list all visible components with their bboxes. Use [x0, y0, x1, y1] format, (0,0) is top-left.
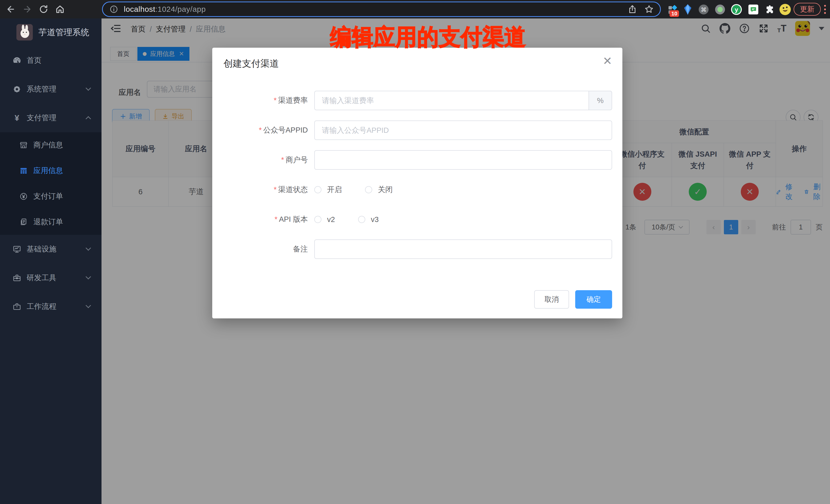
extensions-puzzle-icon[interactable] — [764, 4, 776, 15]
browser-back-icon[interactable] — [5, 4, 17, 15]
status-label: 渠道状态 — [278, 185, 308, 194]
sidebar-item-pay-orders[interactable]: 支付订单 — [0, 184, 101, 209]
field-merchant: *商户号 — [223, 150, 612, 170]
browser-menu-icon[interactable] — [822, 4, 827, 15]
dialog-close-icon[interactable]: ✕ — [603, 55, 612, 67]
extension-record-icon[interactable] — [714, 4, 726, 15]
chevron-down-icon — [86, 85, 91, 91]
remark-label: 备注 — [293, 245, 308, 253]
merchant-label: 商户号 — [286, 156, 308, 164]
field-remark: 备注 — [223, 240, 612, 259]
percent-suffix: % — [589, 91, 612, 110]
create-channel-dialog: 创建支付渠道 ✕ *渠道费率 % *公众号APPID *商户号 * — [212, 48, 622, 318]
sidebar-item-refund-orders[interactable]: 退款订单 — [0, 209, 101, 235]
merchant-input[interactable] — [314, 150, 612, 170]
bookmark-star-icon[interactable] — [644, 4, 654, 14]
svg-text:y: y — [735, 6, 738, 13]
address-bar[interactable]: localhost:1024/pay/app — [102, 2, 661, 17]
sidebar-item-app-info[interactable]: 应用信息 — [0, 158, 101, 184]
grid-icon — [19, 167, 29, 175]
appid-label: 公众号APPID — [263, 126, 308, 134]
required-asterisk: * — [274, 96, 277, 104]
radio-circle-icon — [314, 186, 321, 193]
cancel-button[interactable]: 取消 — [534, 290, 569, 309]
extension-badge: 10 — [670, 10, 679, 17]
shop-icon — [19, 141, 29, 149]
share-icon[interactable] — [628, 5, 637, 14]
sidebar-item-dev-tools[interactable]: 研发工具 — [0, 263, 101, 292]
sidebar-item-label: 支付订单 — [33, 191, 63, 201]
sidebar-item-label: 支付管理 — [27, 113, 56, 123]
site-info-icon[interactable] — [109, 5, 118, 13]
app-title: 芋道管理系统 — [38, 27, 89, 38]
confirm-button[interactable]: 确定 — [575, 290, 612, 309]
browser-chrome: localhost:1024/pay/app 10 ⌘ y 更新 — [0, 0, 830, 19]
document-icon — [19, 218, 29, 226]
rate-label: 渠道费率 — [278, 96, 308, 104]
app-logo[interactable]: 芋道管理系统 — [0, 19, 101, 46]
toolbox-icon — [12, 274, 22, 282]
required-asterisk: * — [275, 215, 277, 223]
url-text: localhost:1024/pay/app — [124, 5, 206, 13]
browser-home-icon[interactable] — [54, 4, 66, 15]
sidebar-item-label: 研发工具 — [27, 273, 56, 283]
coin-yen-icon — [19, 192, 29, 200]
sidebar-item-payment[interactable]: ¥ 支付管理 — [0, 103, 101, 132]
sidebar: 芋道管理系统 首页 系统管理 ¥ 支付管理 商户信息 应用信息 — [0, 19, 101, 504]
field-rate: *渠道费率 % — [223, 91, 612, 110]
extension-tag-icon[interactable]: 10 — [667, 4, 678, 15]
field-api-version: *API 版本 v2 v3 — [223, 210, 612, 229]
required-asterisk: * — [259, 126, 262, 134]
sidebar-item-label: 工作流程 — [27, 302, 56, 312]
yen-icon: ¥ — [12, 113, 22, 123]
rate-input[interactable] — [314, 91, 589, 110]
sidebar-item-label: 商户信息 — [33, 140, 63, 150]
sidebar-item-label: 基础设施 — [27, 244, 56, 254]
radio-api-v2[interactable]: v2 — [314, 215, 335, 224]
logo-rabbit-icon — [17, 24, 33, 40]
dialog-title: 创建支付渠道 — [224, 57, 279, 70]
sidebar-item-merchant-info[interactable]: 商户信息 — [0, 132, 101, 158]
chevron-down-icon — [86, 303, 91, 308]
required-asterisk: * — [274, 185, 277, 194]
sidebar-submenu-payment: 商户信息 应用信息 支付订单 退款订单 — [0, 132, 101, 235]
sidebar-item-home[interactable]: 首页 — [0, 46, 101, 75]
radio-status-close[interactable]: 关闭 — [365, 185, 393, 195]
radio-circle-icon — [365, 186, 372, 193]
sidebar-item-label: 系统管理 — [27, 84, 56, 94]
api-version-label: API 版本 — [279, 215, 308, 223]
sidebar-item-workflow[interactable]: 工作流程 — [0, 292, 101, 321]
remark-input[interactable] — [314, 240, 612, 259]
briefcase-icon — [12, 302, 22, 311]
required-asterisk: * — [281, 156, 284, 164]
browser-reload-icon[interactable] — [38, 4, 49, 15]
profile-avatar-icon[interactable] — [779, 4, 791, 15]
dashboard-icon — [12, 56, 22, 65]
monitor-chart-icon — [12, 245, 22, 254]
sidebar-item-label: 退款订单 — [33, 217, 63, 227]
appid-input[interactable] — [314, 121, 612, 140]
extension-yudao-icon[interactable]: y — [731, 4, 742, 15]
chevron-down-icon — [86, 245, 91, 251]
radio-circle-icon — [358, 216, 365, 223]
extension-balloon-icon[interactable] — [682, 4, 694, 15]
browser-forward-icon[interactable] — [22, 4, 33, 15]
sidebar-item-label: 首页 — [27, 55, 41, 66]
gear-icon — [12, 85, 22, 94]
chevron-up-icon — [86, 116, 91, 122]
annotation-text: 编辑应用的支付渠道 — [320, 22, 536, 53]
sidebar-item-system[interactable]: 系统管理 — [0, 75, 101, 103]
extension-chat-icon[interactable] — [747, 4, 759, 15]
sidebar-item-infrastructure[interactable]: 基础设施 — [0, 235, 101, 263]
field-appid: *公众号APPID — [223, 121, 612, 140]
field-status: *渠道状态 开启 关闭 — [223, 180, 612, 199]
svg-text:⌘: ⌘ — [701, 6, 707, 13]
chevron-down-icon — [86, 274, 91, 279]
extension-command-icon[interactable]: ⌘ — [698, 4, 709, 15]
browser-update-button[interactable]: 更新 — [794, 3, 821, 15]
radio-api-v3[interactable]: v3 — [358, 215, 379, 224]
radio-circle-icon — [314, 216, 321, 223]
sidebar-item-label: 应用信息 — [33, 166, 63, 176]
radio-status-open[interactable]: 开启 — [314, 185, 342, 195]
